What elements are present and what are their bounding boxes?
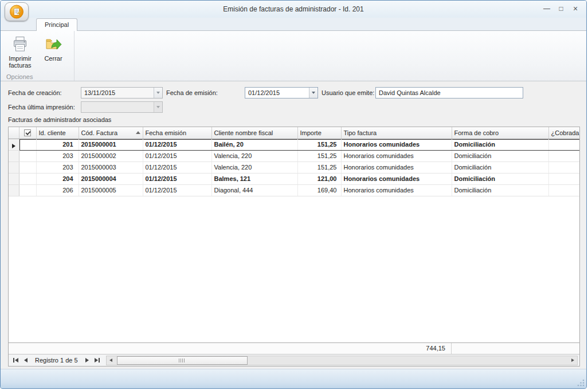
cell-cliente-nombre-fiscal: Bailén, 20 <box>211 139 297 150</box>
scrollbar-track[interactable] <box>116 356 568 365</box>
cell-tipo-factura: Honorarios comunidades <box>341 173 452 184</box>
window-title: Emisión de facturas de administrador - I… <box>1 5 586 13</box>
nav-next-button[interactable] <box>82 356 92 365</box>
cell-importe: 121,00 <box>297 173 341 184</box>
thumb-grip-icon <box>179 359 185 363</box>
cell-cod-factura: 2015000005 <box>79 184 143 196</box>
cell-id-cliente: 204 <box>36 173 79 184</box>
row-select-cell[interactable] <box>19 184 36 196</box>
fecha-emision-field[interactable]: 01/12/2015 <box>245 87 318 99</box>
cell-cod-factura: 2015000003 <box>79 161 143 173</box>
status-bar <box>1 369 586 388</box>
scroll-right-icon <box>571 359 574 362</box>
cell-id-cliente: 201 <box>36 139 79 150</box>
cell-id-cliente: 203 <box>36 161 79 173</box>
row-select-cell[interactable] <box>19 139 36 150</box>
ribbon-tab-row: Principal <box>1 18 586 30</box>
cell-forma-de-cobro: Domiciliación <box>452 150 548 161</box>
row-select-cell[interactable] <box>19 173 36 184</box>
cell-forma-de-cobro: Domiciliación <box>452 173 548 184</box>
facturas-table: Id. cliente Cód. Factura Fecha emisión C… <box>9 127 579 196</box>
fecha-ultima-impresion-value <box>81 102 154 112</box>
cell-cliente-nombre-fiscal: Balmes, 121 <box>211 173 297 184</box>
row-select-cell[interactable] <box>19 161 36 173</box>
app-menu-button[interactable] <box>5 2 29 21</box>
imprimir-facturas-button[interactable]: Imprimir facturas <box>3 33 37 69</box>
column-label: ¿Cobrada <box>551 129 579 136</box>
nav-prev-button[interactable] <box>21 356 31 365</box>
client-area: Fecha de creación: 13/11/2015 Fecha de e… <box>1 81 586 369</box>
cell-tipo-factura: Honorarios comunidades <box>341 184 452 196</box>
nav-last-button[interactable] <box>92 356 103 365</box>
printer-icon <box>11 35 29 53</box>
cell-cobrada <box>548 139 579 150</box>
select-all-header[interactable] <box>19 127 36 139</box>
fecha-ultima-impresion-field <box>81 101 163 113</box>
cell-fecha-emision: 01/12/2015 <box>143 173 211 184</box>
cell-cobrada <box>548 150 579 161</box>
cell-importe: 151,25 <box>297 161 341 173</box>
cell-tipo-factura: Honorarios comunidades <box>341 139 452 150</box>
table-row[interactable]: 206201500000501/12/2015Diagonal, 444169,… <box>9 184 579 196</box>
fecha-ultima-impresion-dropdown-icon <box>154 102 162 112</box>
sort-asc-icon <box>136 131 140 134</box>
column-header-fecha-emision[interactable]: Fecha emisión <box>143 127 211 139</box>
usuario-emite-field[interactable]: David Quintas Alcalde <box>375 87 523 99</box>
horizontal-scrollbar[interactable] <box>106 356 578 365</box>
form-row-2: Fecha última impresión: <box>8 101 579 113</box>
column-header-importe[interactable]: Importe <box>297 127 341 139</box>
cell-fecha-emision: 01/12/2015 <box>143 150 211 161</box>
imprimir-facturas-label: Imprimir facturas <box>3 55 37 69</box>
grid-caption: Facturas de administrador asociadas <box>8 116 579 125</box>
cell-forma-de-cobro: Domiciliación <box>452 161 548 173</box>
table-row[interactable]: 203201500000301/12/2015Valencia, 220151,… <box>9 161 579 173</box>
column-label: Cliente nombre fiscal <box>214 129 273 136</box>
table-row[interactable]: 204201500000401/12/2015Balmes, 121121,00… <box>9 173 579 184</box>
facturas-grid: Id. cliente Cód. Factura Fecha emisión C… <box>8 127 580 367</box>
column-header-cod-factura[interactable]: Cód. Factura <box>79 127 143 139</box>
column-header-tipo-factura[interactable]: Tipo factura <box>341 127 452 139</box>
select-all-checkbox[interactable] <box>24 129 31 136</box>
row-select-cell[interactable] <box>19 150 36 161</box>
usuario-emite-label: Usuario que emite: <box>322 89 375 96</box>
cell-cliente-nombre-fiscal: Valencia, 220 <box>211 161 297 173</box>
column-label: Fecha emisión <box>146 129 187 136</box>
cell-fecha-emision: 01/12/2015 <box>143 139 211 150</box>
maximize-button[interactable]: □ <box>555 3 567 14</box>
cell-importe: 151,25 <box>297 150 341 161</box>
scroll-left-button[interactable] <box>107 356 116 365</box>
scrollbar-thumb[interactable] <box>117 356 248 365</box>
scroll-left-icon <box>109 359 112 362</box>
close-button[interactable]: × <box>569 3 582 14</box>
column-label: Tipo factura <box>344 129 377 136</box>
cerrar-button[interactable]: Cerrar <box>37 33 70 62</box>
resize-grip-icon[interactable] <box>577 379 585 387</box>
column-header-cobrada[interactable]: ¿Cobrada <box>548 127 579 139</box>
cell-importe: 151,25 <box>297 139 341 150</box>
window-controls: — □ × <box>540 3 582 14</box>
app-window: Emisión de facturas de administrador - I… <box>0 0 587 389</box>
table-row[interactable]: 203201500000201/12/2015Valencia, 220151,… <box>9 150 579 161</box>
cell-cliente-nombre-fiscal: Valencia, 220 <box>211 150 297 161</box>
fecha-emision-label: Fecha de emisión: <box>166 89 245 96</box>
fecha-emision-dropdown-icon[interactable] <box>309 88 317 98</box>
nav-first-button[interactable] <box>10 356 21 365</box>
cell-cobrada <box>548 173 579 184</box>
column-header-forma-de-cobro[interactable]: Forma de cobro <box>452 127 548 139</box>
column-header-cliente-nombre-fiscal[interactable]: Cliente nombre fiscal <box>211 127 297 139</box>
invoice-app-icon <box>8 4 25 19</box>
scroll-right-button[interactable] <box>568 356 577 365</box>
cell-cliente-nombre-fiscal: Diagonal, 444 <box>211 184 297 196</box>
cell-id-cliente: 206 <box>36 184 79 196</box>
minimize-button[interactable]: — <box>540 3 553 14</box>
cell-cobrada <box>548 161 579 173</box>
column-label: Forma de cobro <box>454 129 499 136</box>
title-bar: Emisión de facturas de administrador - I… <box>1 1 586 18</box>
column-header-id-cliente[interactable]: Id. cliente <box>36 127 79 139</box>
table-row[interactable]: 201201500000101/12/2015Bailén, 20151,25H… <box>9 139 579 150</box>
row-indicator-cell <box>9 173 19 184</box>
row-indicator-icon <box>12 144 15 148</box>
cerrar-label: Cerrar <box>44 55 62 62</box>
tab-principal[interactable]: Principal <box>36 18 77 31</box>
column-label: Id. cliente <box>39 129 66 136</box>
